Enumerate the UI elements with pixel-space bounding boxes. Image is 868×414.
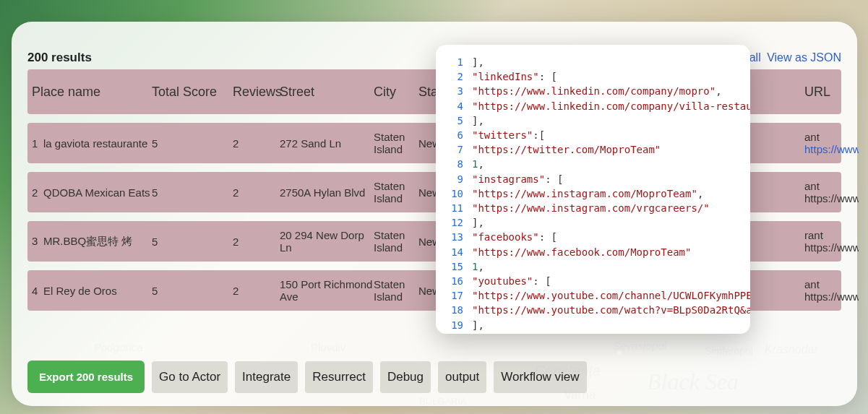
code-line: 17"https://www.youtube.com/channel/UCWLO… — [442, 288, 744, 303]
code-line: 3"https://www.linkedin.com/company/mopro… — [442, 84, 744, 98]
line-number: 10 — [442, 186, 463, 201]
cell-street: 2750A Hylan Blvd — [280, 186, 374, 199]
cell-reviews: 2 — [233, 186, 280, 199]
cell-url: ant https://www.g...... — [804, 278, 859, 303]
cell-score: 5 — [152, 137, 233, 150]
line-number: 1 — [442, 55, 463, 69]
cell-reviews: 2 — [233, 137, 280, 150]
debug-button[interactable]: Debug — [380, 361, 431, 393]
view-as-label: View as — [767, 51, 807, 64]
col-city[interactable]: City — [374, 85, 418, 100]
cell-reviews: 2 — [233, 285, 280, 297]
export-button[interactable]: Export 200 results — [27, 361, 145, 393]
line-number: 6 — [442, 128, 463, 142]
line-number: 3 — [442, 84, 463, 98]
cell-city: Staten Island — [374, 131, 418, 155]
code-line: 6"twitters":[ — [442, 128, 744, 142]
cell-url: rant https://www.g...... — [804, 229, 859, 254]
code-line: 2"linkedIns": [ — [442, 69, 744, 84]
line-number: 19 — [442, 318, 463, 332]
col-street[interactable]: Street — [280, 85, 374, 100]
header-links: all View as JSON — [749, 51, 841, 64]
code-line: 14"https://www.facebook.com/MoproTeam" — [442, 245, 744, 259]
code-line: 4"https://www.linkedin.com/company/villa… — [442, 99, 744, 113]
view-json-link[interactable]: JSON — [810, 51, 841, 64]
code-line: 13"facebooks": [ — [442, 230, 744, 244]
cell-reviews: 2 — [233, 236, 280, 248]
workflow-view-button[interactable]: Workflow view — [494, 361, 586, 393]
cell-score: 5 — [152, 186, 233, 199]
code-line: 18"https://www.youtube.com/watch?v=BLpS0… — [442, 303, 744, 317]
line-number: 12 — [442, 215, 463, 230]
code-line: 7"https://twitter.com/MoproTeam" — [442, 142, 744, 157]
code-line: 5], — [442, 113, 744, 128]
line-number: 8 — [442, 157, 463, 171]
cell-place-name: 2QDOBA Mexican Eats — [32, 186, 152, 199]
line-number: 7 — [442, 142, 463, 157]
cell-url: ant https://www.g...... — [804, 131, 859, 155]
url-link[interactable]: https://www.g...... — [804, 143, 859, 155]
col-place-name[interactable]: Place name — [32, 85, 152, 100]
code-line: 10"https://www.instagram.com/MoproTeam", — [442, 186, 744, 201]
line-number: 11 — [442, 201, 463, 215]
resurrect-button[interactable]: Resurrect — [305, 361, 373, 393]
cell-score: 5 — [152, 285, 233, 297]
cell-place-name: 1la gaviota restaurante — [32, 137, 152, 150]
code-line: 9"instagrams": [ — [442, 172, 744, 186]
line-number: 2 — [442, 69, 463, 84]
col-total-score[interactable]: Total Score — [152, 85, 233, 100]
cell-street: 20 294 New Dorp Ln — [280, 229, 374, 254]
go-to-actor-button[interactable]: Go to Actor — [152, 361, 228, 393]
code-line: 1], — [442, 55, 744, 69]
code-line: 11"https://www.instagram.com/vrgcareers/… — [442, 201, 744, 215]
cell-street: 150 Port Richmond Ave — [280, 278, 374, 303]
line-number: 15 — [442, 259, 463, 274]
cell-url: ant https://www.g...... — [804, 180, 859, 204]
line-number: 5 — [442, 113, 463, 128]
cell-place-name: 3MR.BBQ蜜思特 烤 — [32, 235, 152, 249]
code-line: 12], — [442, 215, 744, 230]
line-number: 13 — [442, 230, 463, 244]
integrate-button[interactable]: Integrate — [235, 361, 298, 393]
results-count: 200 results — [27, 51, 92, 65]
line-number: 9 — [442, 172, 463, 186]
output-button[interactable]: output — [438, 361, 486, 393]
code-line: 19], — [442, 318, 744, 332]
col-url[interactable]: URL — [804, 85, 859, 100]
code-line: 16"youtubes": [ — [442, 274, 744, 288]
col-reviews[interactable]: Reviews — [233, 85, 280, 100]
line-number: 16 — [442, 274, 463, 288]
line-number: 17 — [442, 288, 463, 303]
line-number: 18 — [442, 303, 463, 317]
code-line: 81, — [442, 157, 744, 171]
code-line: 151, — [442, 259, 744, 274]
toolbar: Export 200 results Go to Actor Integrate… — [27, 361, 587, 393]
cell-score: 5 — [152, 236, 233, 248]
cell-city: Staten Island — [374, 229, 418, 254]
json-popover[interactable]: 1],2"linkedIns": [3"https://www.linkedin… — [436, 45, 750, 334]
line-number: 14 — [442, 245, 463, 259]
cell-city: Staten Island — [374, 180, 418, 204]
cell-city: Staten Island — [374, 278, 418, 303]
cell-street: 272 Sand Ln — [280, 137, 374, 150]
view-all-link[interactable]: all — [749, 51, 761, 64]
line-number: 4 — [442, 99, 463, 113]
cell-place-name: 4El Rey de Oros — [32, 285, 152, 297]
